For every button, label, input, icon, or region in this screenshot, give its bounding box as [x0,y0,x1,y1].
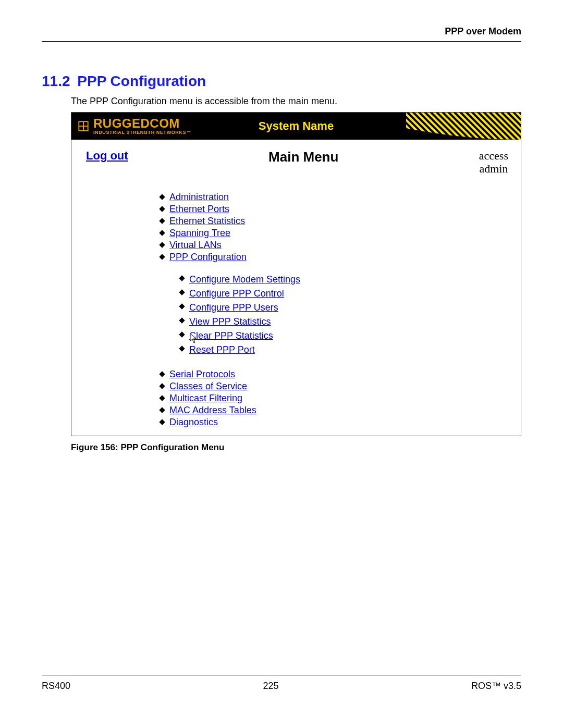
submenu-link-configure-modem-settings[interactable]: Configure Modem Settings [189,274,300,285]
hatch-decoration-icon [406,113,521,140]
submenu-item: Configure PPP Control [180,287,521,301]
submenu-item: Reset PPP Port [180,343,521,357]
menu-item: Administration [160,191,521,203]
submenu-link-configure-ppp-users[interactable]: Configure PPP Users [189,302,278,313]
submenu-link-clear-ppp-statistics[interactable]: Clear PPP Statistics [189,330,273,341]
menu-link-ppp-configuration[interactable]: PPP Configuration [169,252,247,262]
menu-item: PPP Configuration [160,251,521,263]
menu-link-mac-address-tables[interactable]: MAC Address Tables [169,405,256,415]
menu-link-classes-of-service[interactable]: Classes of Service [169,381,247,391]
footer-left: RS400 [42,681,70,692]
section-heading: 11.2 PPP Configuration [42,73,521,90]
brand-tagline: INDUSTRIAL STRENGTH NETWORKS™ [93,130,191,135]
submenu-item: Configure Modem Settings [180,273,521,287]
menu-item: Diagnostics [160,416,521,428]
access-line-1: access [479,149,508,162]
ppp-submenu: Configure Modem Settings Configure PPP C… [180,273,521,357]
submenu-item: Clear PPP Statistics [180,329,521,343]
footer-right: ROS™ v3.5 [471,681,521,692]
brand-glyph-icon [78,120,89,132]
section-number: 11.2 [42,73,70,89]
menu-item: Ethernet Ports [160,203,521,215]
main-menu-list: Administration Ethernet Ports Ethernet S… [71,179,521,436]
section-title: PPP Configuration [77,73,206,89]
menu-link-diagnostics[interactable]: Diagnostics [169,417,218,427]
access-line-2: admin [479,162,508,175]
page-footer: RS400 225 ROS™ v3.5 [42,675,521,692]
menu-item: Spanning Tree [160,227,521,239]
submenu-item: View PPP Statistics [180,315,521,329]
menu-item: MAC Address Tables [160,404,521,416]
section-intro: The PPP Configuration menu is accessible… [71,96,521,107]
info-bar: Log out Main Menu access admin [71,140,521,179]
app-topbar: RUGGEDCOM INDUSTRIAL STRENGTH NETWORKS™ … [71,113,521,140]
system-name-title: System Name [259,119,334,133]
menu-link-administration[interactable]: Administration [169,192,229,202]
access-level: access admin [479,149,508,176]
menu-link-virtual-lans[interactable]: Virtual LANs [169,240,222,250]
menu-link-ethernet-ports[interactable]: Ethernet Ports [169,204,229,214]
header-right: PPP over Modem [445,26,521,36]
menu-link-multicast-filtering[interactable]: Multicast Filtering [169,393,242,403]
brand-name: RUGGEDCOM [93,117,191,130]
menu-link-spanning-tree[interactable]: Spanning Tree [169,228,230,238]
submenu-link-configure-ppp-control[interactable]: Configure PPP Control [189,288,284,299]
menu-item: Multicast Filtering [160,392,521,404]
submenu-item: Configure PPP Users [180,301,521,315]
menu-link-ethernet-statistics[interactable]: Ethernet Statistics [169,216,245,226]
submenu-link-reset-ppp-port[interactable]: Reset PPP Port [189,344,255,355]
logout-link[interactable]: Log out [86,149,128,163]
menu-item: Ethernet Statistics [160,215,521,227]
brand-logo: RUGGEDCOM INDUSTRIAL STRENGTH NETWORKS™ [71,117,191,135]
menu-item: Classes of Service [160,380,521,392]
menu-link-serial-protocols[interactable]: Serial Protocols [169,369,235,379]
main-menu-title: Main Menu [128,149,479,165]
menu-item: Serial Protocols [160,368,521,380]
figure-screenshot: RUGGEDCOM INDUSTRIAL STRENGTH NETWORKS™ … [71,112,521,436]
menu-item: Virtual LANs [160,239,521,251]
submenu-link-view-ppp-statistics[interactable]: View PPP Statistics [189,316,271,327]
footer-page-number: 225 [263,681,278,692]
page-header: PPP over Modem [42,26,521,42]
figure-caption: Figure 156: PPP Configuration Menu [71,442,521,453]
